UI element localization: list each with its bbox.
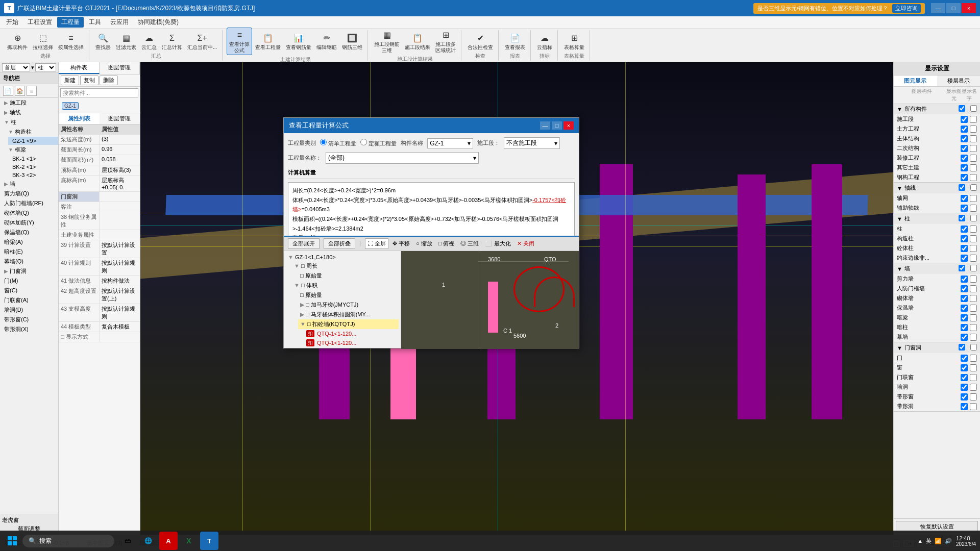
cb-name-dark-col[interactable] [970,324,977,331]
cb-name-curtain[interactable] [970,334,977,341]
edit-rebar-btn[interactable]: ✏ 编辑钢筋 [314,31,339,52]
stree-original-qty-1[interactable]: □ 原始量 [298,271,399,281]
tree-wall-opening[interactable]: 墙洞(D) [0,305,58,315]
start-menu-btn[interactable] [4,533,20,549]
component-search[interactable] [60,88,138,97]
taskbar-adobe[interactable]: A [159,532,178,550]
tree-dark-col[interactable]: 暗柱(E) [0,247,58,257]
stree-perimeter[interactable]: ▼ □ 周长 [292,261,399,271]
filter-btn[interactable]: ▦ 过滤元素 [114,31,138,52]
cb-name-col[interactable] [970,226,977,233]
tree-window[interactable]: 窗(C) [0,286,58,295]
menu-settings[interactable]: 工程设置 [23,17,56,28]
delete-btn[interactable]: 删除 [100,76,118,85]
tree-frame[interactable]: ▼ 框梁 [4,145,58,155]
top-view-btn[interactable]: □ 俯视 [436,239,457,248]
nav-icon-1[interactable]: 📄 [3,86,13,96]
rp-tab-element[interactable]: 图元显示 [894,76,937,86]
cb-show-win[interactable] [961,364,968,371]
cloud-indicator-btn[interactable]: ☁ 云指标 [535,31,554,52]
cloud-sum-btn[interactable]: ☁ 云汇总 [139,31,159,52]
stree-kqtqtj[interactable]: ▼ □ 扣砼墙(KQTQTJ) [298,319,399,329]
cb-show-axis-all[interactable] [959,184,965,191]
seg-qty-btn[interactable]: 📋 施工段结果 [403,31,432,52]
cb-show-dark-col[interactable] [961,324,968,331]
cb-show-steel[interactable] [961,174,968,181]
cb-name-dw[interactable] [970,374,977,381]
taskbar-search[interactable]: 🔍 搜索 [22,535,114,547]
total-calc-btn[interactable]: Σ 汇总计算 [160,31,184,52]
tree-beam-inject[interactable]: 暗梁(A) [0,237,58,247]
tree-bk1[interactable]: BK-1 <1> [8,155,58,163]
stree-deduct-1[interactable]: 扣 QTQ-1<1-120... [304,329,399,338]
cb-name-other[interactable] [970,164,977,171]
cb-show-rf[interactable] [961,285,968,292]
all-name-cb[interactable] [970,105,977,112]
tree-masonry-wall[interactable]: 砌体墙(Q) [0,208,58,218]
attr-select-btn[interactable]: ≡ 按属性选择 [56,31,86,52]
report-btn[interactable]: 📄 查看报表 [503,31,527,52]
tree-strip-window[interactable]: 带形窗(C) [0,315,58,324]
cb-show-wall-all[interactable] [959,265,965,271]
tree-door[interactable]: 门(M) [0,276,58,286]
check-formula-btn[interactable]: ≡ 查看计算公式 [227,28,252,55]
tree-bk2[interactable]: BK-2 <1> [8,163,58,171]
cb-show-masonry[interactable] [961,295,968,302]
cb-show-curtain[interactable] [961,334,968,341]
cb-show-dark-beam[interactable] [961,314,968,321]
taskbar-excel[interactable]: X [180,532,198,550]
cb-show-main[interactable] [961,135,968,142]
menu-cloud[interactable]: 云应用 [106,17,133,28]
sum-current-btn[interactable]: Σ+ 汇总当前中... [185,31,219,52]
batch-select-btn[interactable]: ⬚ 拉框选择 [31,31,55,52]
lang-indicator[interactable]: 英 [926,537,932,545]
cb-show-constraint[interactable] [961,255,968,262]
menu-tools[interactable]: 工具 [85,17,105,28]
multi-zone-btn[interactable]: ⊞ 施工段多区域统计 [433,28,458,55]
cb-show-construction-seg[interactable] [961,116,968,123]
cb-name-main[interactable] [970,135,977,142]
component-type-select[interactable]: 柱 墙 梁 [35,63,56,71]
cb-name-construct-col[interactable] [970,235,977,242]
props-tab-layer[interactable]: 图层管理 [100,113,140,124]
maximize-btn[interactable]: □ [946,3,961,13]
cb-show-hole[interactable] [961,384,968,391]
cb-name-rf[interactable] [970,285,977,292]
view-rebar-qty-btn[interactable]: 📊 查看钢筋量 [284,31,313,52]
find-floor-btn[interactable]: 🔍 查找层 [93,31,113,52]
view-3d-rebar-btn[interactable]: 🔲 钢筋三维 [340,31,364,52]
cb-name-axis-all[interactable] [970,184,977,191]
dialog-maximize-btn[interactable]: □ [552,121,562,130]
minimize-btn[interactable]: — [931,3,945,13]
eng-name-dropdown[interactable]: (全部) ▾ [326,152,479,164]
stree-root[interactable]: ▼ GZ-1<1,C+180> [286,253,399,261]
menu-collab[interactable]: 协同建模(免费) [134,17,183,28]
cb-name-hole[interactable] [970,384,977,391]
tree-construction-segment[interactable]: ▶ 施工段 [0,98,58,108]
cb-name-aux-axis[interactable] [970,205,977,212]
cb-name-col-all[interactable] [970,215,977,221]
stree-volume[interactable]: ▼ □ 体积 [292,281,399,290]
menu-quantity[interactable]: 工程量 [57,17,84,28]
tree-gz1[interactable]: GZ-1 <9> [8,137,58,145]
cb-show-insulation[interactable] [961,305,968,312]
tree-constructed-column[interactable]: ▼ 构造柱 [4,127,58,137]
cb-show-grid[interactable] [961,195,968,202]
dialog-minimize-btn[interactable]: — [540,121,550,130]
tab-component-table[interactable]: 构件表 [59,62,100,74]
legality-btn[interactable]: ✔ 合法性检查 [465,31,495,52]
seg-rebar-btn[interactable]: ▦ 施工段钢筋三维 [372,28,402,55]
cb-show-earthwork[interactable] [961,126,968,133]
cb-name-strip-hole[interactable] [970,403,977,410]
maximize-btn[interactable]: ⬜ 最大化 [483,239,512,248]
rp-tab-floor[interactable]: 楼层显示 [937,76,981,86]
cb-show-secondary[interactable] [961,145,968,152]
expand-all-btn[interactable]: 全部展开 [288,238,320,249]
tree-strip-opening[interactable]: 带形洞(X) [0,324,58,334]
gz1-tag[interactable]: GZ-1 [62,102,79,110]
stree-jmyctj[interactable]: ▶ □ 加马牙槎(JMYCTJ) [298,300,399,310]
cb-show-col-all[interactable] [959,215,965,221]
cb-name-strip-win[interactable] [970,393,977,400]
cb-show-strip-win[interactable] [961,393,968,400]
tab-layer-mgmt[interactable]: 图层管理 [100,62,140,74]
